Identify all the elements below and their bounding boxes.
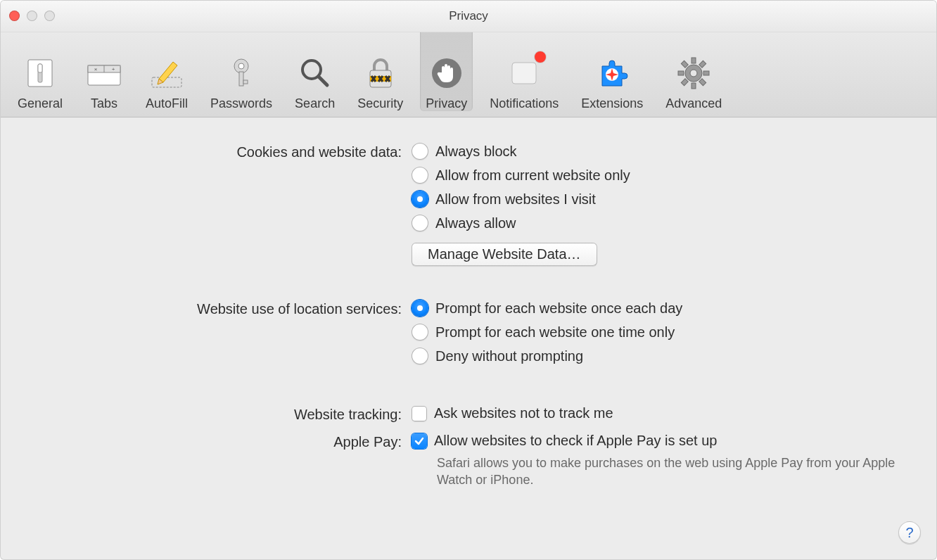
svg-rect-30 <box>691 58 696 63</box>
cookies-option-always-allow[interactable]: Always allow <box>412 215 908 231</box>
minimize-window-button[interactable] <box>27 11 37 21</box>
tabs-icon: ×+ <box>85 54 123 92</box>
radio-button[interactable] <box>412 348 428 364</box>
svg-rect-8 <box>152 77 181 87</box>
notification-icon <box>505 54 543 92</box>
cookies-option-current-only[interactable]: Allow from current website only <box>412 167 908 184</box>
notification-badge <box>535 51 546 63</box>
toolbar-tab-autofill[interactable]: AutoFill <box>140 28 193 111</box>
svg-rect-33 <box>678 71 684 75</box>
preferences-window: Privacy General ×+ Tabs AutoFill Passwo <box>0 0 937 560</box>
svg-rect-13 <box>239 72 243 86</box>
toolbar-tab-search[interactable]: Search <box>289 28 340 111</box>
svg-rect-35 <box>682 79 689 86</box>
toolbar-tab-privacy[interactable]: Privacy <box>420 28 473 111</box>
svg-rect-31 <box>691 83 696 89</box>
toolbar-tab-passwords[interactable]: Passwords <box>205 28 278 111</box>
cookies-label: Cookies and website data: <box>29 143 412 160</box>
svg-line-16 <box>319 77 327 85</box>
checkbox[interactable] <box>412 433 427 449</box>
svg-text:+: + <box>112 66 115 72</box>
window-controls <box>9 11 55 21</box>
toolbar-tab-advanced[interactable]: Advanced <box>660 28 727 111</box>
svg-rect-34 <box>699 61 706 68</box>
svg-point-38 <box>690 70 697 77</box>
cookies-option-always-block[interactable]: Always block <box>412 143 908 160</box>
radio-button[interactable] <box>412 215 428 231</box>
svg-text:×: × <box>94 66 98 72</box>
tracking-do-not-track[interactable]: Ask websites not to track me <box>412 405 908 421</box>
pencil-icon <box>148 54 186 92</box>
padlock-icon <box>362 54 400 92</box>
privacy-pane: Cookies and website data: Always block A… <box>1 117 936 516</box>
applepay-description: Safari allows you to make purchases on t… <box>412 454 908 489</box>
radio-button[interactable] <box>412 167 428 184</box>
applepay-label: Apple Pay: <box>29 433 412 450</box>
switch-icon <box>21 54 59 92</box>
toolbar-tab-tabs[interactable]: ×+ Tabs <box>79 28 129 111</box>
preferences-toolbar: General ×+ Tabs AutoFill Passwords Searc… <box>1 32 936 117</box>
location-option-one-time[interactable]: Prompt for each website one time only <box>412 324 908 341</box>
puzzle-icon <box>593 54 631 92</box>
radio-button[interactable] <box>412 191 428 208</box>
location-option-deny[interactable]: Deny without prompting <box>412 348 908 364</box>
magnifier-icon <box>296 54 334 92</box>
manage-website-data-button[interactable]: Manage Website Data… <box>412 243 597 266</box>
svg-point-12 <box>238 63 244 69</box>
cookies-option-visited[interactable]: Allow from websites I visit <box>412 191 908 208</box>
toolbar-tab-notifications[interactable]: Notifications <box>484 28 564 111</box>
key-icon <box>222 54 260 92</box>
svg-rect-26 <box>512 63 536 84</box>
checkbox[interactable] <box>412 406 427 421</box>
toolbar-tab-security[interactable]: Security <box>352 28 409 111</box>
window-title: Privacy <box>449 9 488 23</box>
svg-rect-36 <box>699 79 706 86</box>
close-window-button[interactable] <box>9 11 20 21</box>
svg-rect-14 <box>243 80 248 84</box>
svg-rect-2 <box>38 64 42 72</box>
radio-button[interactable] <box>412 324 428 341</box>
toolbar-tab-extensions[interactable]: Extensions <box>575 28 649 111</box>
titlebar: Privacy <box>1 1 936 32</box>
radio-button[interactable] <box>412 143 428 160</box>
applepay-allow-check[interactable]: Allow websites to check if Apple Pay is … <box>412 433 908 449</box>
hand-icon <box>428 54 466 92</box>
help-button[interactable]: ? <box>898 521 921 544</box>
radio-button[interactable] <box>412 300 428 317</box>
toolbar-tab-general[interactable]: General <box>12 28 68 111</box>
svg-marker-9 <box>159 62 177 82</box>
svg-rect-32 <box>703 71 709 75</box>
tracking-label: Website tracking: <box>29 405 412 423</box>
zoom-window-button[interactable] <box>44 11 55 21</box>
location-option-each-day[interactable]: Prompt for each website once each day <box>412 300 908 317</box>
gear-icon <box>675 54 713 92</box>
location-label: Website use of location services: <box>29 300 412 317</box>
svg-rect-37 <box>682 61 689 68</box>
